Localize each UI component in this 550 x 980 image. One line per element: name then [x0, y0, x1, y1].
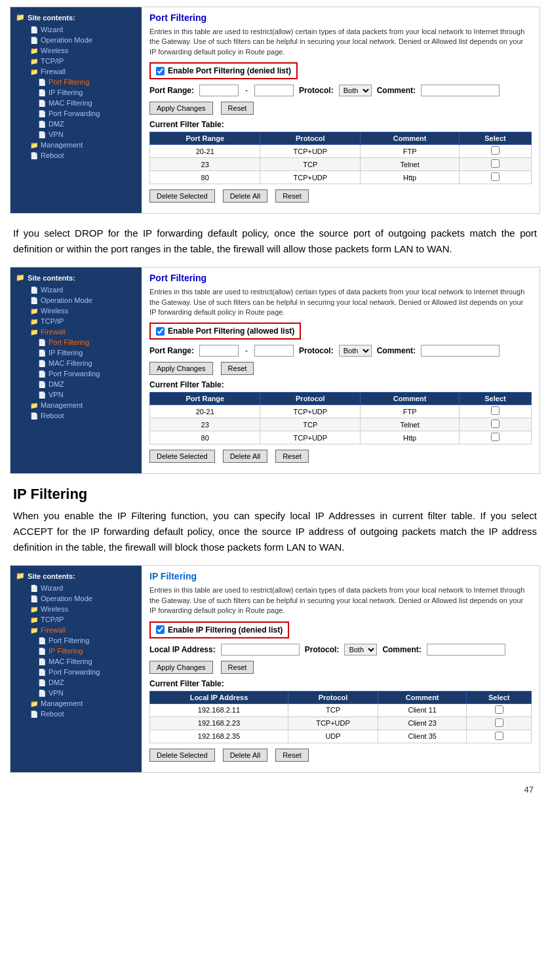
- sidebar-item-firewall-2[interactable]: 📁Firewall: [10, 326, 142, 337]
- sidebar-item-portforwarding-1[interactable]: 📄Port Forwarding: [10, 108, 142, 119]
- row-select-1-1[interactable]: [491, 146, 500, 155]
- sidebar-item-ipfiltering-1[interactable]: 📄IP Filtering: [10, 87, 142, 98]
- sidebar-item-dmz-3[interactable]: 📄DMZ: [10, 677, 142, 688]
- th-comment-3: Comment: [378, 691, 467, 703]
- sidebar-item-tcpip-3[interactable]: 📁TCP/IP: [10, 614, 142, 625]
- protocol-select-2[interactable]: Both TCP UDP: [339, 345, 372, 357]
- sidebar-item-management-3[interactable]: 📁Management: [10, 698, 142, 709]
- sidebar-item-portfiltering-3[interactable]: 📄Port Filtering: [10, 635, 142, 646]
- row-select-2-2[interactable]: [491, 420, 500, 428]
- row-select-2-3[interactable]: [491, 433, 500, 441]
- sidebar-item-wizard-1[interactable]: 📄Wizard: [10, 24, 142, 35]
- port-range-start-2[interactable]: [199, 345, 239, 357]
- ip-filtering-heading: IP Filtering: [13, 486, 537, 503]
- sidebar-item-macfiltering-3[interactable]: 📄MAC Filtering: [10, 656, 142, 667]
- sidebar-item-dmz-2[interactable]: 📄DMZ: [10, 379, 142, 389]
- form-row-3: Local IP Address: Protocol: Both TCP UDP…: [149, 644, 532, 656]
- sidebar-item-wireless-2[interactable]: 📁Wireless: [10, 305, 142, 316]
- sidebar-item-vpn-2[interactable]: 📄VPN: [10, 389, 142, 400]
- table-row: 23 TCP Telnet: [150, 158, 532, 171]
- apply-button-2[interactable]: Apply Changes: [149, 362, 213, 375]
- enable-label-1: Enable Port Filtering (denied list): [168, 66, 291, 75]
- table-row: 20-21 TCP+UDP FTP: [150, 145, 532, 158]
- apply-button-3[interactable]: Apply Changes: [149, 661, 213, 674]
- sidebar-item-wireless-1[interactable]: 📁Wireless: [10, 45, 142, 56]
- reset-table-button-2[interactable]: Reset: [275, 450, 309, 463]
- row-select-1-2[interactable]: [491, 159, 500, 168]
- delete-all-button-3[interactable]: Delete All: [223, 749, 267, 762]
- enable-checkbox-2[interactable]: [156, 327, 165, 336]
- sidebar-item-wizard-2[interactable]: 📄Wizard: [10, 284, 142, 295]
- comment-input-3[interactable]: [427, 644, 505, 656]
- row-select-2-1[interactable]: [491, 406, 500, 415]
- sidebar-item-opmode-2[interactable]: 📄Operation Mode: [10, 295, 142, 305]
- port-range-end-2[interactable]: [254, 345, 294, 357]
- section-title-1: Port Filtering: [149, 12, 532, 23]
- sidebar-item-firewall-3[interactable]: 📁Firewall: [10, 625, 142, 635]
- reset-button-1[interactable]: Reset: [221, 102, 254, 115]
- reset-button-3[interactable]: Reset: [221, 661, 254, 674]
- port-range-label-2: Port Range:: [149, 346, 194, 355]
- sidebar-item-opmode-3[interactable]: 📄Operation Mode: [10, 593, 142, 604]
- delete-selected-button-3[interactable]: Delete Selected: [149, 749, 215, 762]
- th-portrange-1: Port Range: [150, 132, 260, 145]
- protocol-select-1[interactable]: Both TCP UDP: [339, 85, 372, 96]
- table-row: 23 TCP Telnet: [150, 418, 532, 431]
- comment-input-2[interactable]: [421, 345, 500, 357]
- sidebar-item-macfiltering-1[interactable]: 📄MAC Filtering: [10, 98, 142, 108]
- row-select-3-2[interactable]: [495, 718, 503, 727]
- sidebar-item-portfiltering-1[interactable]: 📄Port Filtering: [10, 77, 142, 87]
- folder-icon: 📁: [30, 328, 38, 336]
- reset-button-2[interactable]: Reset: [221, 362, 254, 375]
- delete-selected-button-2[interactable]: Delete Selected: [149, 450, 215, 463]
- sidebar-item-opmode-1[interactable]: 📄Operation Mode: [10, 35, 142, 45]
- sidebar-item-wizard-3[interactable]: 📄Wizard: [10, 583, 142, 593]
- sidebar-item-vpn-1[interactable]: 📄VPN: [10, 129, 142, 140]
- sidebar-item-firewall-1[interactable]: 📁Firewall: [10, 66, 142, 77]
- main-content-2: Port Filtering Entries in this table are…: [142, 267, 540, 473]
- protocol-label-3: Protocol:: [305, 645, 340, 654]
- apply-button-1[interactable]: Apply Changes: [149, 102, 213, 115]
- description-3: Entries in this table are used to restri…: [149, 585, 532, 616]
- doc-icon: 📄: [30, 152, 38, 159]
- sidebar-item-management-1[interactable]: 📁Management: [10, 140, 142, 150]
- section-title-3: IP Filtering: [149, 571, 532, 581]
- local-ip-label-3: Local IP Address:: [149, 645, 216, 654]
- port-range-start-1[interactable]: [199, 85, 239, 96]
- delete-all-button-1[interactable]: Delete All: [223, 189, 267, 203]
- th-protocol-3: Protocol: [288, 691, 378, 703]
- th-protocol-1: Protocol: [260, 132, 361, 145]
- sidebar-item-portforwarding-2[interactable]: 📄Port Forwarding: [10, 368, 142, 379]
- sidebar-item-ipfiltering-3[interactable]: 📄IP Filtering: [10, 646, 142, 656]
- sidebar-item-tcpip-2[interactable]: 📁TCP/IP: [10, 316, 142, 326]
- sidebar-item-ipfiltering-2[interactable]: 📄IP Filtering: [10, 347, 142, 358]
- sidebar-item-vpn-3[interactable]: 📄VPN: [10, 688, 142, 698]
- delete-selected-button-1[interactable]: Delete Selected: [149, 189, 215, 203]
- reset-table-button-1[interactable]: Reset: [275, 189, 309, 203]
- doc-icon: 📄: [38, 669, 46, 676]
- doc-icon: 📄: [30, 37, 38, 44]
- sidebar-item-reboot-1[interactable]: 📄Reboot: [10, 150, 142, 161]
- sidebar-item-wireless-3[interactable]: 📁Wireless: [10, 604, 142, 614]
- sidebar-item-macfiltering-2[interactable]: 📄MAC Filtering: [10, 358, 142, 368]
- sidebar-item-reboot-2[interactable]: 📄Reboot: [10, 410, 142, 421]
- sidebar-item-management-2[interactable]: 📁Management: [10, 400, 142, 410]
- sidebar-item-portforwarding-3[interactable]: 📄Port Forwarding: [10, 667, 142, 677]
- main-content-3: IP Filtering Entries in this table are u…: [142, 566, 540, 772]
- doc-icon: 📄: [38, 89, 46, 96]
- protocol-select-3[interactable]: Both TCP UDP: [344, 644, 377, 656]
- row-select-1-3[interactable]: [491, 172, 500, 181]
- sidebar-item-portfiltering-2[interactable]: 📄Port Filtering: [10, 337, 142, 347]
- port-range-end-1[interactable]: [254, 85, 294, 96]
- enable-checkbox-3[interactable]: [156, 625, 165, 634]
- enable-checkbox-1[interactable]: [156, 67, 165, 75]
- sidebar-item-reboot-3[interactable]: 📄Reboot: [10, 709, 142, 719]
- comment-input-1[interactable]: [421, 85, 500, 96]
- row-select-3-1[interactable]: [495, 705, 503, 714]
- sidebar-item-dmz-1[interactable]: 📄DMZ: [10, 119, 142, 129]
- local-ip-input-3[interactable]: [221, 644, 300, 656]
- row-select-3-3[interactable]: [495, 732, 503, 740]
- reset-table-button-3[interactable]: Reset: [275, 749, 309, 762]
- sidebar-item-tcpip-1[interactable]: 📁TCP/IP: [10, 56, 142, 66]
- delete-all-button-2[interactable]: Delete All: [223, 450, 267, 463]
